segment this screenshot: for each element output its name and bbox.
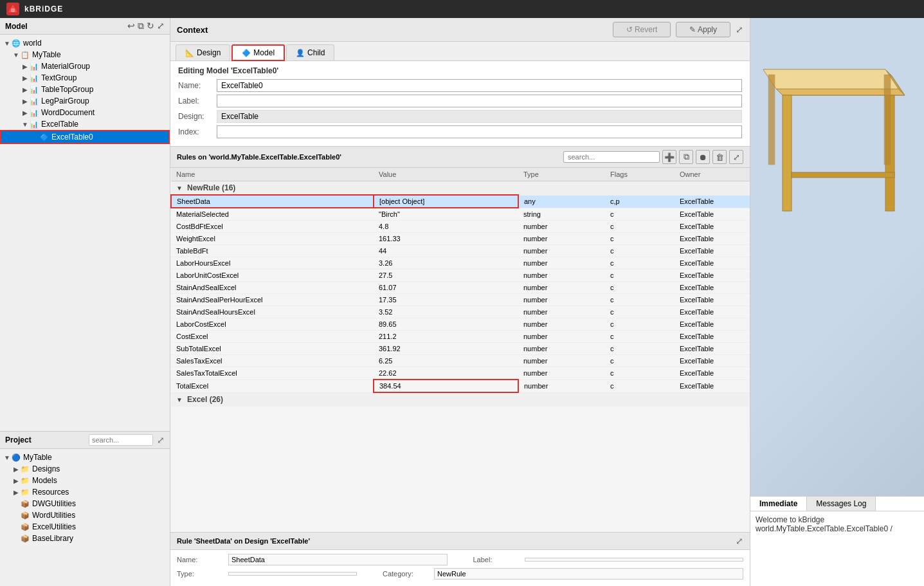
cell-name: CostExcel: [171, 331, 374, 343]
tree-item-tabletopgroup[interactable]: ▶ 📊 TableTopGroup: [0, 84, 170, 95]
rules-search-input[interactable]: [563, 151, 660, 163]
project-item-dwgutilities[interactable]: 📦 DWGUtilities: [0, 498, 170, 509]
rd-value-type[interactable]: [228, 572, 357, 576]
expander-tabletopgroup: ▶: [21, 86, 30, 93]
project-item-wordutilities[interactable]: 📦 WordUtilities: [0, 509, 170, 521]
cell-name: TableBdFt: [171, 245, 374, 257]
tab-child[interactable]: 👤 Child: [286, 44, 334, 60]
copy-icon[interactable]: ⧉: [138, 21, 144, 32]
tab-model[interactable]: 🔷 Model: [231, 44, 285, 61]
expander-mytable: ▼: [12, 51, 21, 59]
tab-design[interactable]: 📐 Design: [176, 44, 230, 60]
table-row[interactable]: LaborCostExcel 89.65 number c ExcelTable: [171, 318, 750, 331]
table-row[interactable]: TotalExcel 384.54 number c ExcelTable: [171, 380, 750, 392]
group-row-excel[interactable]: ▼ Excel (26): [171, 392, 750, 407]
proj-designs-icon: 📁: [21, 465, 30, 473]
cell-type: number: [518, 270, 605, 282]
rule-detail-expand-icon[interactable]: ⤢: [736, 536, 743, 546]
project-expand-icon[interactable]: ⤢: [157, 435, 165, 445]
table-row[interactable]: StainAndSealExcel 61.07 number c ExcelTa…: [171, 282, 750, 294]
project-item-designs[interactable]: ▶ 📁 Designs: [0, 463, 170, 475]
cell-value: 211.2: [374, 331, 518, 343]
undo-icon[interactable]: ↩: [127, 21, 135, 32]
tree-item-textgroup[interactable]: ▶ 📊 TextGroup: [0, 72, 170, 84]
table-row[interactable]: StainAndSealHoursExcel 3.52 number c Exc…: [171, 306, 750, 318]
copy-rule-button[interactable]: ⧉: [679, 150, 693, 164]
cell-value: 3.52: [374, 306, 518, 318]
field-label-name: Name:: [178, 81, 217, 90]
rules-expand-button[interactable]: ⤢: [729, 150, 743, 164]
rd-value-name[interactable]: SheetData: [228, 554, 448, 565]
cell-owner: ExcelTable: [675, 195, 750, 208]
table-row[interactable]: SalesTaxExcel 6.25 number c ExcelTable: [171, 355, 750, 367]
project-item-excelutilities[interactable]: 📦 ExcelUtilities: [0, 521, 170, 533]
project-item-baselibrary[interactable]: 📦 BaseLibrary: [0, 533, 170, 544]
field-value-name[interactable]: ExcelTable0: [217, 79, 742, 92]
tree-label-mytable: MyTable: [32, 50, 61, 59]
cell-type: number: [518, 282, 605, 294]
project-item-mytable[interactable]: ▼ 🔵 MyTable: [0, 452, 170, 463]
project-search-input[interactable]: [89, 434, 153, 446]
tree-item-exceltable0[interactable]: 🔷 ExcelTable0: [0, 130, 170, 144]
cell-type: number: [518, 367, 605, 380]
tree-item-legpairgroup[interactable]: ▶ 📊 LegPairGroup: [0, 95, 170, 107]
rules-table-header: Name Value Type Flags Owner: [171, 168, 750, 181]
tree-item-exceltable[interactable]: ▼ 📊 ExcelTable: [0, 118, 170, 130]
table-row[interactable]: CostExcel 211.2 number c ExcelTable: [171, 331, 750, 343]
cell-name: WeightExcel: [171, 233, 374, 245]
rule-detail-title: Rule 'SheetData' on Design 'ExcelTable': [177, 537, 310, 545]
project-section-title: Project: [5, 435, 32, 444]
editing-section: Editing Model 'ExcelTable0' Name: ExcelT…: [170, 61, 750, 147]
cell-flags: c: [605, 331, 675, 343]
table-row[interactable]: LaborHoursExcel 3.26 number c ExcelTable: [171, 257, 750, 270]
table-row[interactable]: LaborUnitCostExcel 27.5 number c ExcelTa…: [171, 270, 750, 282]
table-row[interactable]: SubTotalExcel 361.92 number c ExcelTable: [171, 343, 750, 355]
rd-value-label[interactable]: [525, 558, 744, 562]
table-row[interactable]: WeightExcel 161.33 number c ExcelTable: [171, 233, 750, 245]
table-row[interactable]: MaterialSelected "Birch" string c ExcelT…: [171, 208, 750, 221]
table-row[interactable]: SheetData [object Object] any c,p ExcelT…: [171, 195, 750, 208]
cell-flags: c: [605, 270, 675, 282]
proj-excel-icon: 📦: [21, 523, 30, 531]
table-row[interactable]: StainAndSealPerHourExcel 17.35 number c …: [171, 294, 750, 306]
table-row[interactable]: TableBdFt 44 number c ExcelTable: [171, 245, 750, 257]
table-row[interactable]: SalesTaxTotalExcel 22.62 number c ExcelT…: [171, 367, 750, 380]
add-rule-button[interactable]: ➕: [662, 150, 676, 164]
bottom-content: Welcome to kBridge world.MyTable.ExcelTa…: [750, 511, 924, 586]
tab-immediate[interactable]: Immediate: [750, 497, 807, 511]
mytable-icon: 📋: [21, 51, 30, 59]
project-item-models[interactable]: ▶ 📁 Models: [0, 475, 170, 486]
tree-item-materialgroup[interactable]: ▶ 📊 MaterialGroup: [0, 60, 170, 72]
field-label-design: Design:: [178, 112, 217, 121]
tree-item-worddocument[interactable]: ▶ 📊 WordDocument: [0, 107, 170, 118]
context-expand-icon[interactable]: ⤢: [736, 24, 743, 35]
apply-button[interactable]: ✎ Apply: [676, 22, 730, 37]
toggle-rule-button[interactable]: ⏺: [696, 150, 710, 164]
rules-toolbar: ➕ ⧉ ⏺ 🗑 ⤢: [563, 150, 743, 164]
proj-exp-resources: ▶: [12, 489, 21, 496]
tree-label-worddocument: WordDocument: [41, 108, 95, 117]
revert-button[interactable]: ↺ Revert: [613, 22, 671, 37]
cell-owner: ExcelTable: [675, 355, 750, 367]
3d-viewport: [750, 18, 924, 496]
field-value-index[interactable]: [217, 125, 742, 138]
tree-item-mytable[interactable]: ▼ 📋 MyTable: [0, 49, 170, 60]
world-icon: 🌐: [12, 39, 21, 48]
rule-detail-content: Name: SheetData Label: Type: Category: N…: [170, 550, 750, 586]
delete-rule-button[interactable]: 🗑: [712, 150, 727, 164]
tab-messages-log[interactable]: Messages Log: [807, 497, 876, 511]
svg-rect-1: [11, 8, 15, 12]
rd-value-category[interactable]: NewRule: [434, 568, 743, 580]
tree-label-textgroup: TextGroup: [41, 73, 77, 82]
project-item-resources[interactable]: ▶ 📁 Resources: [0, 486, 170, 498]
tree-item-world[interactable]: ▼ 🌐 world: [0, 37, 170, 49]
group-row-newrule[interactable]: ▼ NewRule (16): [171, 181, 750, 196]
expander-worddocument: ▶: [21, 109, 30, 116]
proj-exp-mytable: ▼: [3, 454, 12, 461]
cell-name: MaterialSelected: [171, 208, 374, 221]
expand-icon[interactable]: ⤢: [157, 21, 165, 32]
refresh-icon[interactable]: ↻: [147, 21, 154, 32]
table-row[interactable]: CostBdFtExcel 4.8 number c ExcelTable: [171, 221, 750, 233]
expander-exceltable: ▼: [21, 121, 30, 128]
field-value-label[interactable]: [217, 95, 742, 107]
